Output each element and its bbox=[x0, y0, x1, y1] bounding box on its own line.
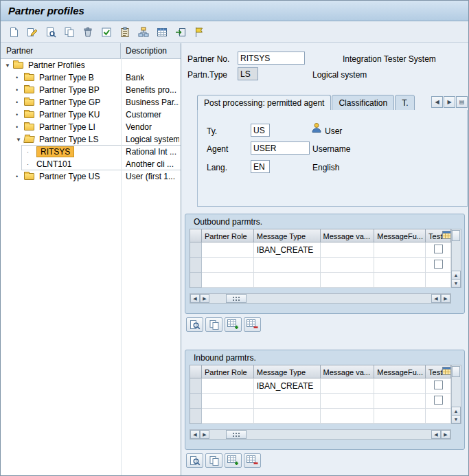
table-settings-icon[interactable] bbox=[442, 367, 451, 378]
select-all-corner[interactable] bbox=[190, 229, 202, 242]
grid-cell[interactable] bbox=[321, 242, 375, 258]
scroll-right-button[interactable]: ▶ bbox=[200, 294, 209, 303]
row-selector[interactable] bbox=[190, 242, 202, 258]
scroll-right-button[interactable]: ▶ bbox=[200, 430, 209, 439]
tree-item-partner-profiles[interactable]: ▼Partner Profiles bbox=[1, 59, 181, 71]
scrollbar-thumb[interactable] bbox=[226, 294, 247, 303]
grid-cell[interactable] bbox=[374, 378, 426, 394]
scroll-down-button[interactable]: ▼ bbox=[451, 279, 461, 288]
horizontal-scrollbar[interactable]: ◀▶◀▶ bbox=[190, 293, 451, 304]
grid-cell[interactable] bbox=[321, 258, 375, 273]
tree-item-partner-type-bp[interactable]: •Partner Type BPBenefits pro... bbox=[1, 84, 181, 96]
grid-cell[interactable] bbox=[321, 409, 375, 424]
agent-input[interactable] bbox=[251, 141, 310, 155]
detail-button[interactable] bbox=[186, 317, 203, 332]
create-icon[interactable] bbox=[7, 25, 21, 39]
row-selector[interactable] bbox=[190, 258, 202, 273]
expander-open-icon[interactable]: ▼ bbox=[5, 63, 10, 69]
tree-item-partner-type-gp[interactable]: •Partner Type GPBusiness Par... bbox=[1, 96, 181, 109]
column-header-message-type[interactable]: Message Type bbox=[254, 229, 321, 242]
messages-icon[interactable] bbox=[192, 25, 206, 39]
column-header-message-type[interactable]: Message Type bbox=[254, 365, 321, 378]
grid-cell[interactable] bbox=[202, 409, 254, 424]
row-selector[interactable] bbox=[190, 409, 202, 424]
delete-line-button[interactable] bbox=[244, 317, 261, 332]
display-icon[interactable] bbox=[44, 25, 58, 39]
tab-scroll-left-button[interactable]: ◀ bbox=[431, 96, 443, 108]
row-selector[interactable] bbox=[190, 273, 202, 288]
grid-cell[interactable] bbox=[254, 258, 321, 273]
grid-cell[interactable] bbox=[374, 394, 426, 409]
column-header-partner-role[interactable]: Partner Role bbox=[202, 229, 254, 242]
select-all-corner[interactable] bbox=[190, 365, 202, 378]
test-checkbox[interactable] bbox=[434, 245, 443, 253]
agent-type-input[interactable] bbox=[251, 124, 270, 137]
tree-column-description[interactable]: Description bbox=[121, 43, 181, 58]
scroll-right-button[interactable]: ▶ bbox=[441, 294, 450, 303]
scrollbar-thumb[interactable] bbox=[226, 430, 247, 439]
tree-item-partner-type-us[interactable]: •Partner Type USUser (first 1... bbox=[1, 170, 181, 183]
check-icon[interactable] bbox=[100, 25, 113, 39]
tab-overview-button[interactable]: ▤ bbox=[456, 96, 468, 108]
scroll-down-button[interactable]: ▼ bbox=[451, 415, 461, 424]
tree-item-ritsys[interactable]: ·RITSYSRational Int ... bbox=[1, 146, 181, 158]
clipboard-icon[interactable] bbox=[118, 25, 132, 39]
scrollbar-thumb[interactable] bbox=[452, 230, 460, 241]
column-header-test[interactable]: Test bbox=[426, 365, 451, 378]
tab-scroll-right-button[interactable]: ▶ bbox=[444, 96, 455, 108]
grid-cell[interactable] bbox=[321, 394, 375, 409]
tree-column-partner[interactable]: Partner bbox=[1, 43, 121, 58]
column-header-messagefu[interactable]: MessageFu... bbox=[374, 365, 426, 378]
column-header-message-va[interactable]: Message va... bbox=[321, 229, 375, 242]
column-header-test[interactable]: Test bbox=[426, 229, 451, 242]
test-checkbox[interactable] bbox=[434, 381, 443, 389]
row-selector[interactable] bbox=[190, 394, 202, 409]
grid-cell[interactable] bbox=[321, 378, 375, 394]
row-selector[interactable] bbox=[190, 378, 202, 394]
tree-item-partner-type-li[interactable]: •Partner Type LIVendor bbox=[1, 121, 181, 133]
table-settings-icon[interactable] bbox=[442, 231, 451, 242]
grid-cell-test[interactable] bbox=[426, 242, 451, 258]
test-checkbox[interactable] bbox=[434, 260, 443, 269]
grid-cell[interactable] bbox=[254, 394, 321, 409]
partner-no-input[interactable] bbox=[238, 52, 305, 65]
grid-cell[interactable] bbox=[254, 273, 321, 288]
tab-classification[interactable]: Classification bbox=[332, 95, 394, 111]
grid-cell[interactable] bbox=[374, 273, 426, 288]
hierarchy-icon[interactable] bbox=[137, 25, 150, 39]
grid-cell-test[interactable] bbox=[426, 378, 451, 394]
tab-post-processing-permitted-agent[interactable]: Post processing: permitted agent bbox=[197, 95, 331, 111]
partn-type-input[interactable] bbox=[238, 67, 258, 80]
tab-t[interactable]: T. bbox=[395, 95, 415, 111]
tree-item-partner-type-ls[interactable]: ▼Partner Type LSLogical system bbox=[1, 133, 181, 146]
column-header-messagefu[interactable]: MessageFu... bbox=[374, 229, 426, 242]
expander-open-icon[interactable]: ▼ bbox=[16, 137, 21, 143]
import-icon[interactable] bbox=[174, 25, 187, 39]
grid-cell[interactable] bbox=[254, 409, 321, 424]
change-icon[interactable] bbox=[25, 25, 39, 39]
grid-cell-test[interactable] bbox=[426, 409, 451, 424]
copy-row-button[interactable] bbox=[205, 317, 222, 332]
grid-cell-test[interactable] bbox=[426, 273, 451, 288]
tree-item-partner-type-b[interactable]: •Partner Type BBank bbox=[1, 71, 181, 84]
copy-icon[interactable] bbox=[62, 25, 76, 39]
table-icon[interactable] bbox=[155, 25, 169, 39]
scroll-left-button[interactable]: ◀ bbox=[190, 430, 200, 439]
vertical-scrollbar[interactable]: ▲▼ bbox=[451, 229, 461, 288]
delete-icon[interactable] bbox=[81, 25, 95, 39]
grid-cell[interactable] bbox=[374, 258, 426, 273]
copy-row-button[interactable] bbox=[205, 453, 222, 468]
grid-cell[interactable] bbox=[374, 409, 426, 424]
scrollbar-thumb[interactable] bbox=[452, 366, 460, 377]
language-input[interactable] bbox=[251, 160, 270, 173]
insert-line-button[interactable] bbox=[225, 453, 242, 468]
column-header-partner-role[interactable]: Partner Role bbox=[202, 365, 254, 378]
grid-cell[interactable] bbox=[202, 258, 254, 273]
grid-cell-test[interactable] bbox=[426, 394, 451, 409]
grid-cell[interactable] bbox=[202, 273, 254, 288]
grid-cell[interactable] bbox=[202, 394, 254, 409]
horizontal-scrollbar[interactable]: ◀▶◀▶ bbox=[190, 429, 451, 440]
column-header-message-va[interactable]: Message va... bbox=[321, 365, 375, 378]
scroll-left-button[interactable]: ◀ bbox=[431, 430, 441, 439]
grid-cell[interactable]: IBAN_CREATE bbox=[254, 378, 321, 394]
